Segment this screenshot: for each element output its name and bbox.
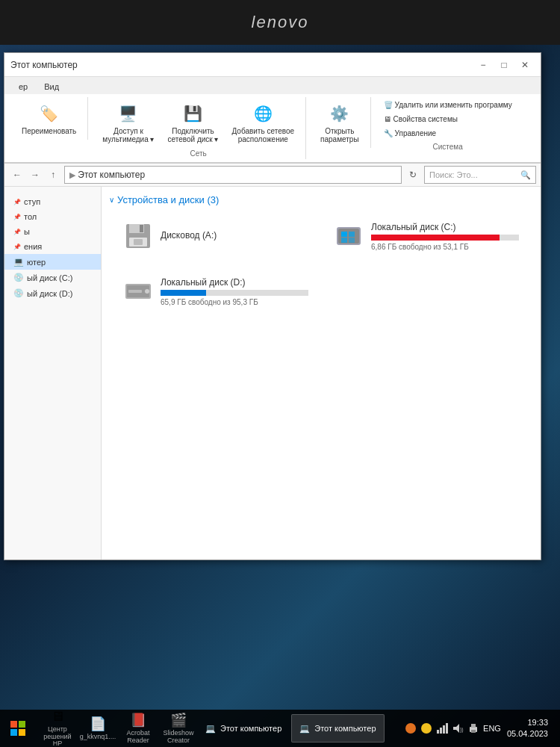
drive-d-bar [161,290,206,296]
pinned-app-acrobat[interactable]: 📕 AcrobatReader [119,713,157,743]
sidebar-item-downloads[interactable]: 📌 ения [4,239,101,254]
back-button[interactable]: ← [9,167,25,183]
floppy-drive-icon [123,221,153,251]
file-area: Устройства и диски (3) [102,187,541,560]
open-params-button[interactable]: ⚙️ Открытьпараметры [315,99,364,146]
tab-view[interactable]: Вид [36,78,67,94]
management-button[interactable]: 🔧 Управление [380,127,516,140]
remove-program-icon: 🗑️ [384,101,393,109]
refresh-button[interactable]: ↻ [405,167,421,183]
add-location-button[interactable]: 🌐 Добавить сетевоерасположение [226,99,299,146]
pinned-app-slideshow[interactable]: 🎬 SlideshowCreator [160,713,197,743]
taskbar-explorer-label-1: Этот компьютер [220,724,281,733]
ribbon-group-rename: 🏷️ Переименовать [10,97,88,140]
remove-program-button[interactable]: 🗑️ Удалить или изменить программу [380,99,516,111]
sidebar-item-access[interactable]: 📌 ступ [4,194,101,209]
minimize-button[interactable]: − [473,58,493,72]
taskbar-item-explorer-1[interactable]: 💻 Этот компьютер [197,714,290,743]
sidebar: 📌 ступ 📌 тол 📌 ы 📌 ения [4,187,102,560]
rename-button[interactable]: 🏷️ Переименовать [16,99,81,138]
search-icon: 🔍 [520,170,531,180]
c-drive-icon: 💿 [13,273,24,282]
search-box[interactable]: Поиск: Это... 🔍 [424,166,536,184]
pin-icon-downloads: 📌 [13,244,21,250]
sidebar-item-d-drive[interactable]: 💿 ый диск (D:) [4,285,101,301]
search-placeholder: Поиск: Это... [429,170,478,179]
tray-icons: )) [404,722,480,735]
svg-rect-24 [471,724,476,728]
taskbar-explorer-label-2: Этот компьютер [314,724,376,733]
svg-rect-2 [140,225,143,232]
rename-icon: 🏷️ [37,102,61,125]
tray-language[interactable]: ENG [483,724,501,733]
close-button[interactable]: ✕ [515,58,535,72]
system-group-label: Система [433,143,463,151]
svg-rect-9 [341,238,347,243]
tray-icon-network[interactable] [435,722,449,735]
media-access-button[interactable]: 🖥️ Доступ кмультимедиа ▾ [97,99,159,146]
drive-c-name: Локальный диск (C:) [371,222,519,232]
management-icon: 🔧 [384,129,393,137]
drive-d[interactable]: Локальный диск (D:) 65,9 ГБ свободно из … [116,270,315,313]
pin-icon-access: 📌 [13,199,21,205]
ribbon-group-network: 🖥️ Доступ кмультимедиа ▾ 💾 Подключитьсет… [91,97,306,159]
maximize-button[interactable]: □ [494,58,514,72]
taskbar-tray: )) ENG 19:33 05.04.2023 [398,717,557,740]
tray-icon-print[interactable] [467,722,480,735]
tray-clock[interactable]: 19:33 05.04.2023 [504,717,551,740]
address-path[interactable]: ▶ Этот компьютер [64,166,402,184]
svg-rect-4 [134,239,143,245]
taskbar-item-explorer-2[interactable]: 💻 Этот компьютер [291,714,384,743]
svg-rect-18 [440,728,442,734]
forward-button[interactable]: → [27,167,43,183]
taskbar-pinned-apps: 🖥 Центррешений HP 📄 g_kkvnq1.... 📕 Acrob… [39,713,197,743]
tab-er[interactable]: ер [10,78,36,94]
connect-drive-button[interactable]: 💾 Подключитьсетевой диск ▾ [163,99,224,146]
tray-icon-shield[interactable] [404,722,417,735]
system-props-button[interactable]: 🖥 Свойства системы [380,113,516,125]
svg-rect-20 [446,723,448,734]
drive-c-info: Локальный диск (C:) 6,86 ГБ свободно из … [371,222,519,251]
svg-point-13 [145,289,149,294]
drive-d-size: 65,9 ГБ свободно из 95,3 ГБ [161,298,308,306]
add-location-icon: 🌐 [251,102,275,125]
sidebar-item-c-drive[interactable]: 💿 ый диск (C:) [4,270,101,285]
d-drive-icon: 💿 [13,288,24,298]
system-btns: 🗑️ Удалить или изменить программу 🖥 Свой… [380,99,516,140]
rename-btn-group: 🏷️ Переименовать [16,99,81,138]
doc-app-icon: 📄 [90,716,106,732]
up-button[interactable]: ↑ [45,167,61,183]
drive-c-size: 6,86 ГБ свободно из 53,1 ГБ [371,243,519,251]
tray-icon-volume[interactable]: )) [451,722,464,735]
desktop: Этот компьютер − □ ✕ ер Вид 🏷️ Переим [0,45,560,747]
drives-grid: Дисковод (A:) [109,214,533,313]
drive-c[interactable]: Локальный диск (C:) 6,86 ГБ свободно из … [327,214,526,258]
taskbar-explorer-icon-1: 💻 [205,724,216,734]
content-area: 📌 ступ 📌 тол 📌 ы 📌 ения [4,187,541,560]
pin-icon-desktop: 📌 [13,214,21,220]
drives-section-title: Устройства и диски (3) [117,194,219,205]
drive-d-bar-container [161,290,308,296]
pinned-app-doc[interactable]: 📄 g_kkvnq1.... [79,713,116,743]
sidebar-item-files[interactable]: 📌 ы [4,224,101,239]
sidebar-item-computer[interactable]: 💻 ютер [4,254,101,270]
title-bar: Этот компьютер − □ ✕ [4,53,541,77]
drive-d-name: Локальный диск (D:) [161,277,308,288]
acrobat-icon: 📕 [130,712,146,728]
doc-app-label: g_kkvnq1.... [80,734,116,741]
drives-section-header: Устройства и диски (3) [109,194,533,205]
svg-point-16 [421,723,432,734]
pinned-app-hp[interactable]: 🖥 Центррешений HP [39,713,76,743]
start-button[interactable] [3,713,33,743]
ribbon: ер Вид 🏷️ Переименовать [4,77,541,164]
svg-rect-14 [128,290,142,293]
drive-a[interactable]: Дисковод (A:) [116,214,315,258]
tray-icon-alert[interactable] [420,722,433,735]
hp-app-icon: 🖥 [51,709,64,725]
system-props-icon: 🖥 [384,115,391,123]
connect-drive-icon: 💾 [181,102,205,125]
windows-logo [10,721,25,736]
pin-icon-files: 📌 [13,229,21,235]
sidebar-item-desktop[interactable]: 📌 тол [4,209,101,224]
ribbon-content: 🏷️ Переименовать 🖥️ Доступ кмультимедиа … [4,94,541,163]
